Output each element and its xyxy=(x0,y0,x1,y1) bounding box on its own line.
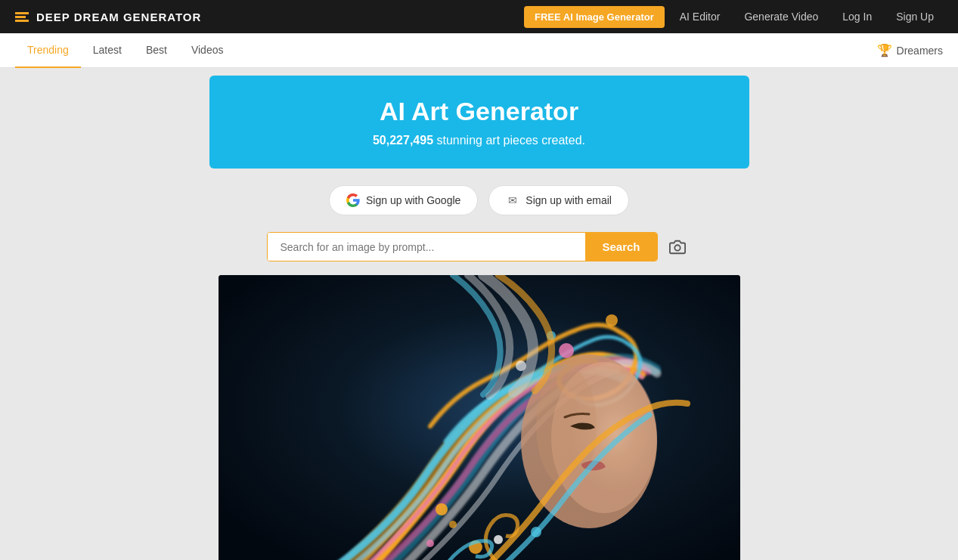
svg-point-6 xyxy=(449,521,457,528)
art-svg xyxy=(219,275,740,560)
tab-videos[interactable]: Videos xyxy=(179,33,236,68)
free-ai-button[interactable]: FREE AI Image Generator xyxy=(524,6,665,28)
subnav-right: 🏆 Dreamers xyxy=(877,43,943,57)
hero-banner: AI Art Generator 50,227,495 stunning art… xyxy=(209,76,749,169)
trophy-icon: 🏆 xyxy=(877,43,892,57)
email-signup-button[interactable]: ✉ Sign up with email xyxy=(488,185,629,215)
camera-search-button[interactable] xyxy=(664,234,691,261)
navbar-right: FREE AI Image Generator AI Editor Genera… xyxy=(524,6,943,28)
svg-point-9 xyxy=(531,527,541,537)
site-title: DEEP DREAM GENERATOR xyxy=(36,11,201,23)
svg-point-8 xyxy=(494,535,503,544)
email-icon: ✉ xyxy=(506,193,519,207)
google-icon xyxy=(346,193,360,207)
camera-icon xyxy=(669,239,686,255)
search-input-wrap: Search xyxy=(267,232,657,261)
svg-point-0 xyxy=(674,245,680,250)
search-input[interactable] xyxy=(268,233,585,261)
hero-subtitle: 50,227,495 stunning art pieces created. xyxy=(240,134,719,147)
nav-generate-video[interactable]: Generate Video xyxy=(735,11,827,23)
email-signup-label: Sign up with email xyxy=(526,194,612,206)
svg-point-5 xyxy=(436,503,448,515)
svg-point-11 xyxy=(559,343,574,358)
svg-point-14 xyxy=(606,314,618,326)
navbar-left: DEEP DREAM GENERATOR xyxy=(15,11,201,23)
tab-best[interactable]: Best xyxy=(134,33,179,68)
menu-icon[interactable] xyxy=(15,12,29,22)
hero-subtitle-text: stunning art pieces created. xyxy=(433,134,585,147)
nav-sign-up[interactable]: Sign Up xyxy=(887,11,943,23)
main-content: AI Art Generator 50,227,495 stunning art… xyxy=(0,68,958,560)
subnav: Trending Latest Best Videos 🏆 Dreamers xyxy=(0,33,958,68)
hero-title: AI Art Generator xyxy=(240,97,719,126)
subnav-tabs: Trending Latest Best Videos xyxy=(15,33,235,68)
art-image xyxy=(219,275,740,560)
dreamers-label: Dreamers xyxy=(897,45,943,57)
tab-latest[interactable]: Latest xyxy=(81,33,134,68)
google-signup-button[interactable]: Sign up with Google xyxy=(329,185,478,215)
search-row: Search xyxy=(267,232,690,261)
signup-row: Sign up with Google ✉ Sign up with email xyxy=(329,185,629,215)
nav-ai-editor[interactable]: AI Editor xyxy=(671,11,730,23)
svg-point-10 xyxy=(426,540,434,547)
nav-log-in[interactable]: Log In xyxy=(833,11,881,23)
search-button[interactable]: Search xyxy=(585,233,656,261)
tab-trending[interactable]: Trending xyxy=(15,33,81,68)
google-signup-label: Sign up with Google xyxy=(366,194,460,206)
art-count: 50,227,495 xyxy=(373,134,433,147)
navbar: DEEP DREAM GENERATOR FREE AI Image Gener… xyxy=(0,0,958,33)
